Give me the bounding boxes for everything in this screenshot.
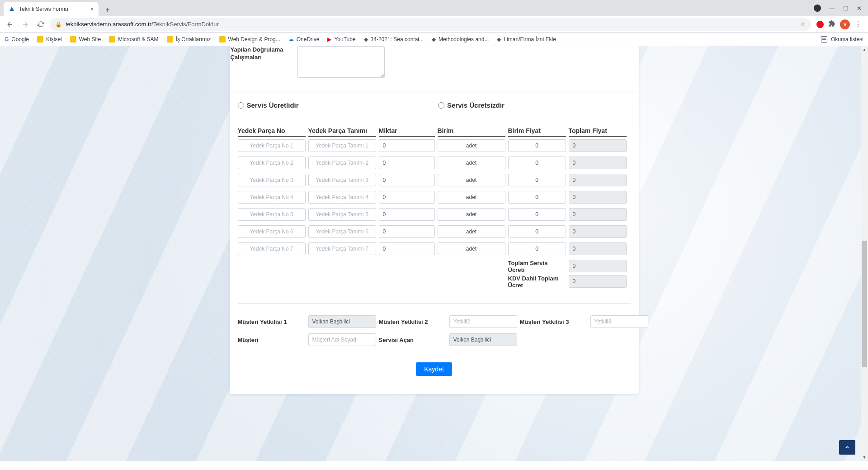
bookmark-label: Microsoft & SAM xyxy=(118,36,158,43)
part-desc-input[interactable] xyxy=(308,242,376,255)
parts-header-row: Yedek Parça No Yedek Parça Tanımı Miktar… xyxy=(238,127,631,137)
part-no-input[interactable] xyxy=(238,242,306,255)
radio-input-free[interactable] xyxy=(438,102,444,109)
bookmark-item[interactable]: Web Site xyxy=(70,36,101,43)
scroll-down-icon[interactable]: ▼ xyxy=(861,454,868,461)
minimize-icon[interactable]: — xyxy=(829,5,835,12)
radio-service-paid[interactable]: Servis Ücretlidir xyxy=(238,101,439,109)
part-price-input[interactable] xyxy=(508,225,566,238)
part-unit-input[interactable] xyxy=(438,174,505,186)
part-total-output xyxy=(569,208,627,221)
bookmark-item[interactable]: GGoogle xyxy=(5,36,29,43)
close-icon[interactable]: × xyxy=(90,5,94,13)
scroll-up-icon[interactable]: ▲ xyxy=(861,46,868,53)
part-price-input[interactable] xyxy=(508,208,566,221)
bookmark-item[interactable]: Kişisel xyxy=(37,36,62,43)
parts-row xyxy=(238,139,631,152)
part-price-input[interactable] xyxy=(508,174,566,186)
auth2-input[interactable] xyxy=(449,315,517,328)
part-unit-input[interactable] xyxy=(438,208,505,221)
part-qty-input[interactable] xyxy=(379,157,435,169)
total-service-value xyxy=(569,260,627,272)
bookmark-item[interactable]: ◆34-2021: Sea contai... xyxy=(364,36,424,43)
part-qty-input[interactable] xyxy=(379,242,435,255)
maximize-icon[interactable]: ☐ xyxy=(843,5,849,12)
part-no-input[interactable] xyxy=(238,191,306,204)
parts-table: Yedek Parça No Yedek Parça Tanımı Miktar… xyxy=(230,127,639,255)
part-qty-input[interactable] xyxy=(379,208,435,221)
part-no-input[interactable] xyxy=(238,139,306,152)
part-qty-input[interactable] xyxy=(379,174,435,186)
part-qty-input[interactable] xyxy=(379,225,435,238)
bookmark-item[interactable]: Microsoft & SAM xyxy=(109,36,158,43)
radio-free-label: Servis Ücretsizdir xyxy=(447,101,505,109)
totals-section: Toplam Servis Ücreti xyxy=(230,260,639,273)
bookmark-label: 34-2021: Sea contai... xyxy=(371,36,424,43)
verification-textarea[interactable] xyxy=(297,46,385,78)
part-unit-input[interactable] xyxy=(438,242,505,255)
browser-tabstrip: Teknik Servis Formu × + — ☐ ✕ xyxy=(0,0,868,16)
scroll-to-top-button[interactable] xyxy=(839,440,855,455)
part-desc-input[interactable] xyxy=(308,157,376,169)
part-unit-input[interactable] xyxy=(438,191,505,204)
bookmark-item[interactable]: ◆Liman/Firma İzni Ekle xyxy=(497,36,556,43)
scrollbar[interactable]: ▲ ▼ xyxy=(861,46,868,461)
profile-dot-icon[interactable] xyxy=(814,5,821,12)
customer-input[interactable] xyxy=(308,333,376,346)
part-unit-input[interactable] xyxy=(438,139,505,152)
part-price-input[interactable] xyxy=(508,191,566,204)
radio-service-free[interactable]: Servis Ücretsizdir xyxy=(438,101,639,109)
part-desc-input[interactable] xyxy=(308,191,376,204)
part-unit-input[interactable] xyxy=(438,157,505,169)
part-desc-input[interactable] xyxy=(308,174,376,186)
new-tab-button[interactable]: + xyxy=(101,4,114,16)
divider xyxy=(238,303,631,304)
extension-red-icon[interactable] xyxy=(816,21,824,28)
window-close-icon[interactable]: ✕ xyxy=(857,5,862,12)
part-qty-input[interactable] xyxy=(379,139,435,152)
reading-list-icon xyxy=(821,36,827,43)
reading-list-label[interactable]: Okuma listesi xyxy=(831,36,863,43)
part-total-output xyxy=(569,157,627,169)
part-qty-input[interactable] xyxy=(379,191,435,204)
save-button[interactable]: Kaydet xyxy=(416,362,452,376)
bookmark-item[interactable]: ☁OneDrive xyxy=(288,36,320,43)
part-desc-input[interactable] xyxy=(308,139,376,152)
part-no-input[interactable] xyxy=(238,208,306,221)
part-desc-input[interactable] xyxy=(308,208,376,221)
browser-tab[interactable]: Teknik Servis Formu × xyxy=(4,2,99,16)
col-total: Toplam Fiyat xyxy=(569,127,627,137)
extensions-icon[interactable] xyxy=(828,20,835,28)
part-no-input[interactable] xyxy=(238,157,306,169)
total-vat-value xyxy=(569,275,627,288)
part-price-input[interactable] xyxy=(508,242,566,255)
page-icon: ◆ xyxy=(432,36,436,43)
back-button[interactable] xyxy=(4,18,16,31)
folder-icon xyxy=(109,36,115,43)
col-price: Birim Fiyat xyxy=(508,127,566,137)
bookmark-item[interactable]: Web Design & Prog... xyxy=(219,36,280,43)
triangle-icon xyxy=(8,5,15,13)
radio-input-paid[interactable] xyxy=(238,102,244,109)
bookmark-item[interactable]: ◆Methodologies and... xyxy=(432,36,489,43)
bookmark-item[interactable]: İş Ortaklarımız xyxy=(167,36,211,43)
scroll-thumb[interactable] xyxy=(862,241,867,367)
part-price-input[interactable] xyxy=(508,139,566,152)
parts-row xyxy=(238,157,631,169)
part-unit-input[interactable] xyxy=(438,225,505,238)
part-total-output xyxy=(569,174,627,186)
avatar[interactable]: V xyxy=(840,19,850,29)
forward-button[interactable] xyxy=(19,18,32,31)
bookmark-item[interactable]: ▶YouTube xyxy=(327,36,355,43)
youtube-icon: ▶ xyxy=(327,36,331,43)
part-no-input[interactable] xyxy=(238,225,306,238)
address-bar[interactable]: 🔒 teknikservisdemo.arassoft.com.tr/Tekni… xyxy=(50,18,811,31)
reload-button[interactable] xyxy=(34,18,47,31)
bookmark-label: Liman/Firma İzni Ekle xyxy=(504,36,556,43)
star-icon[interactable]: ☆ xyxy=(800,21,806,28)
part-no-input[interactable] xyxy=(238,174,306,186)
part-price-input[interactable] xyxy=(508,157,566,169)
part-desc-input[interactable] xyxy=(308,225,376,238)
auth3-input[interactable] xyxy=(590,315,648,328)
menu-icon[interactable]: ⋮ xyxy=(854,20,862,28)
